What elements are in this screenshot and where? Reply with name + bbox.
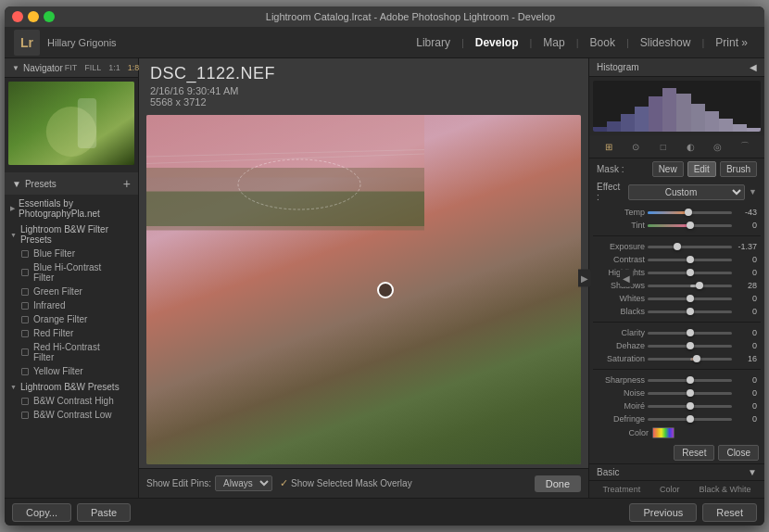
panel-tab-color[interactable]: Color (656, 483, 684, 496)
noise-track[interactable] (648, 392, 732, 395)
preset-icon (21, 288, 29, 296)
navigator-thumb-image (8, 82, 134, 165)
preset-group-bw-filter-header[interactable]: ▼ Lightroom B&W Filter Presets (5, 222, 138, 247)
radial-filter-pin[interactable] (377, 282, 394, 298)
tint-track[interactable] (648, 224, 732, 227)
effect-reset-button[interactable]: Reset (674, 445, 714, 461)
nav-item-print[interactable]: Print » (708, 32, 755, 53)
show-edit-pins-text: Show Edit Pins: (146, 478, 211, 488)
copy-button[interactable]: Copy... (12, 503, 71, 522)
defringe-track[interactable] (648, 418, 732, 421)
nav-item-map[interactable]: Map (536, 32, 572, 53)
slider-row-contrast: Contrast 0 (593, 253, 761, 266)
previous-button[interactable]: Previous (629, 503, 697, 522)
sharpness-thumb[interactable] (687, 376, 694, 384)
close-window-button[interactable] (12, 11, 23, 22)
preset-group-essentials-header[interactable]: ▶ Essentials by PhotographyPla.net (5, 196, 138, 221)
minimize-window-button[interactable] (28, 11, 39, 22)
panel-tab-bw[interactable]: Black & White (696, 483, 755, 496)
temp-track[interactable] (648, 211, 732, 214)
mask-brush-button[interactable]: Brush (720, 161, 757, 177)
noise-thumb[interactable] (687, 389, 694, 397)
blacks-thumb[interactable] (687, 308, 694, 315)
tool-radial[interactable]: ◎ (709, 139, 727, 154)
preset-group-bw-presets-header[interactable]: ▼ Lightroom B&W Presets (5, 380, 138, 394)
preset-orange-filter[interactable]: Orange Filter (5, 312, 138, 326)
zoom-fit[interactable]: FIT (63, 62, 80, 73)
moire-track[interactable] (648, 405, 732, 408)
presets-label: Presets (25, 179, 57, 189)
dehaze-value: 0 (735, 341, 757, 350)
right-panel-collapse-arrow[interactable]: ▶ (578, 270, 591, 287)
nav-item-develop[interactable]: Develop (468, 32, 526, 53)
tint-thumb[interactable] (687, 222, 694, 229)
tool-crop[interactable]: ⊞ (599, 139, 618, 154)
show-mask-overlay[interactable]: ✓ Show Selected Mask Overlay (280, 477, 412, 489)
histogram-arrow[interactable]: ◀ (750, 62, 757, 72)
nav-item-book[interactable]: Book (583, 32, 623, 53)
mask-new-button[interactable]: New (652, 161, 684, 177)
clarity-track[interactable] (648, 332, 732, 335)
slider-row-exposure: Exposure -1.37 (593, 240, 761, 253)
contrast-thumb[interactable] (687, 256, 694, 263)
whites-thumb[interactable] (687, 295, 694, 302)
exposure-track[interactable] (648, 246, 732, 248)
saturation-track[interactable] (648, 358, 732, 361)
shadows-track[interactable] (648, 285, 732, 287)
saturation-thumb[interactable] (693, 355, 700, 362)
edit-pins-select[interactable]: Always (215, 475, 272, 491)
blacks-track[interactable] (648, 310, 732, 313)
done-button[interactable]: Done (535, 475, 581, 492)
preset-group-essentials: ▶ Essentials by PhotographyPla.net (5, 196, 138, 221)
tool-brush[interactable]: ⌒ (736, 139, 754, 154)
effect-select[interactable]: Custom (628, 184, 745, 200)
hist-bar-10 (719, 119, 733, 132)
presets-add-button[interactable]: + (123, 176, 131, 191)
preset-blue-filter[interactable]: Blue Filter (5, 247, 138, 260)
image-canvas[interactable] (146, 115, 581, 464)
shadows-thumb[interactable] (696, 282, 703, 289)
contrast-track[interactable] (648, 259, 732, 261)
preset-green-filter[interactable]: Green Filter (5, 285, 138, 298)
paste-button[interactable]: Paste (77, 503, 131, 522)
maximize-window-button[interactable] (44, 11, 55, 22)
whites-track[interactable] (648, 298, 732, 300)
zoom-1-1[interactable]: 1:1 (107, 62, 122, 73)
left-panel-collapse-arrow[interactable]: ◀ (620, 270, 633, 287)
moire-thumb[interactable] (687, 402, 694, 410)
nav-item-slideshow[interactable]: Slideshow (633, 32, 699, 53)
dehaze-track[interactable] (648, 345, 732, 348)
mask-buttons: New Edit Brush (652, 161, 757, 177)
saturation-value: 16 (735, 354, 757, 363)
sharpness-track[interactable] (648, 379, 732, 382)
basic-row[interactable]: Basic ▼ (589, 463, 764, 480)
reset-button[interactable]: Reset (702, 503, 757, 522)
presets-arrow: ▼ (12, 179, 21, 189)
temp-fill (648, 211, 688, 214)
defringe-thumb[interactable] (687, 415, 694, 423)
effect-close-button[interactable]: Close (718, 445, 759, 461)
dehaze-thumb[interactable] (687, 342, 694, 349)
exposure-thumb[interactable] (674, 243, 681, 250)
nav-item-library[interactable]: Library (409, 32, 458, 53)
highlights-thumb[interactable] (687, 269, 694, 276)
tool-spot[interactable]: ⊙ (626, 139, 645, 154)
preset-bw-contrast-low[interactable]: B&W Contrast Low (5, 408, 138, 422)
preset-red-filter[interactable]: Red Filter (5, 326, 138, 340)
tool-redeye[interactable]: □ (654, 139, 673, 154)
preset-yellow-filter[interactable]: Yellow Filter (5, 364, 138, 378)
zoom-fill[interactable]: FILL (82, 62, 103, 73)
clarity-thumb[interactable] (687, 329, 694, 336)
mask-edit-button[interactable]: Edit (687, 161, 716, 177)
temp-thumb[interactable] (685, 209, 692, 216)
tool-graduated[interactable]: ◐ (681, 139, 700, 154)
preset-infrared[interactable]: Infrared (5, 298, 138, 312)
presets-header[interactable]: ▼ Presets + (5, 172, 138, 195)
preset-blue-hicontrast[interactable]: Blue Hi-Contrast Filter (5, 260, 138, 285)
preset-red-hicontrast[interactable]: Red Hi-Contrast Filter (5, 340, 138, 364)
highlights-track[interactable] (648, 272, 732, 274)
preset-bw-contrast-high[interactable]: B&W Contrast High (5, 394, 138, 408)
panel-tab-treatment[interactable]: Treatment (599, 483, 644, 496)
preset-group-bw-filter: ▼ Lightroom B&W Filter Presets Blue Filt… (5, 222, 138, 378)
color-swatch[interactable] (652, 427, 674, 438)
